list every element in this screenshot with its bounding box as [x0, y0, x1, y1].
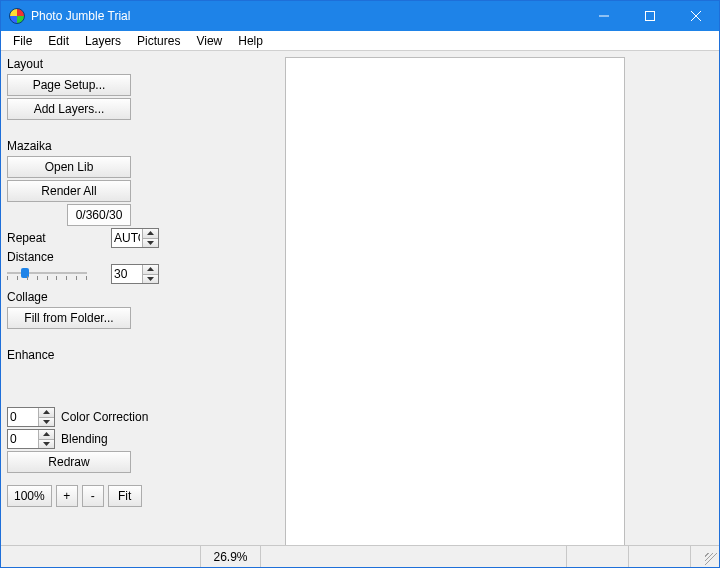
mazaika-heading: Mazaika — [7, 139, 159, 153]
menu-bar: File Edit Layers Pictures View Help — [1, 31, 719, 51]
distance-down-icon[interactable] — [143, 275, 158, 284]
canvas[interactable] — [285, 57, 625, 545]
canvas-area — [165, 51, 719, 545]
svg-rect-0 — [646, 12, 655, 21]
menu-pictures[interactable]: Pictures — [129, 33, 188, 49]
fill-from-folder-button[interactable]: Fill from Folder... — [7, 307, 131, 329]
enhance-heading: Enhance — [7, 348, 159, 362]
close-button[interactable] — [673, 1, 719, 31]
mazaika-progress: 0/360/30 — [67, 204, 131, 226]
menu-view[interactable]: View — [188, 33, 230, 49]
status-percent: 26.9% — [201, 546, 261, 567]
color-correction-input[interactable] — [8, 408, 38, 426]
page-setup-button[interactable]: Page Setup... — [7, 74, 131, 96]
distance-input[interactable] — [112, 265, 142, 283]
menu-layers[interactable]: Layers — [77, 33, 129, 49]
status-grip-cell — [691, 546, 719, 567]
zoom-in-button[interactable]: + — [56, 485, 78, 507]
maximize-button[interactable] — [627, 1, 673, 31]
window-title: Photo Jumble Trial — [31, 9, 130, 23]
status-spacer — [261, 546, 567, 567]
status-progress-cell — [1, 546, 201, 567]
collage-heading: Collage — [7, 290, 159, 304]
resize-grip-icon[interactable] — [705, 553, 717, 565]
menu-edit[interactable]: Edit — [40, 33, 77, 49]
zoom-fit-button[interactable]: Fit — [108, 485, 142, 507]
repeat-label: Repeat — [7, 231, 111, 245]
distance-up-icon[interactable] — [143, 265, 158, 275]
add-layers-button[interactable]: Add Layers... — [7, 98, 131, 120]
cc-down-icon[interactable] — [39, 418, 54, 427]
status-bar: 26.9% — [1, 545, 719, 567]
status-cell-a — [567, 546, 629, 567]
layout-heading: Layout — [7, 57, 159, 71]
distance-slider[interactable] — [7, 266, 87, 280]
distance-label: Distance — [7, 250, 111, 264]
open-lib-button[interactable]: Open Lib — [7, 156, 131, 178]
zoom-100-button[interactable]: 100% — [7, 485, 52, 507]
app-icon — [9, 8, 25, 24]
repeat-up-icon[interactable] — [143, 229, 158, 239]
color-correction-spinner[interactable] — [7, 407, 55, 427]
render-all-button[interactable]: Render All — [7, 180, 131, 202]
status-cell-b — [629, 546, 691, 567]
cc-up-icon[interactable] — [39, 408, 54, 418]
repeat-input[interactable] — [112, 229, 142, 247]
bl-down-icon[interactable] — [39, 440, 54, 449]
repeat-spinner[interactable] — [111, 228, 159, 248]
menu-file[interactable]: File — [5, 33, 40, 49]
blending-input[interactable] — [8, 430, 38, 448]
distance-spinner[interactable] — [111, 264, 159, 284]
title-bar: Photo Jumble Trial — [1, 1, 719, 31]
minimize-button[interactable] — [581, 1, 627, 31]
redraw-button[interactable]: Redraw — [7, 451, 131, 473]
bl-up-icon[interactable] — [39, 430, 54, 440]
zoom-out-button[interactable]: - — [82, 485, 104, 507]
blending-spinner[interactable] — [7, 429, 55, 449]
menu-help[interactable]: Help — [230, 33, 271, 49]
color-correction-label: Color Correction — [61, 410, 159, 424]
repeat-down-icon[interactable] — [143, 239, 158, 248]
side-panel: Layout Page Setup... Add Layers... Mazai… — [1, 51, 165, 545]
main-area: Layout Page Setup... Add Layers... Mazai… — [1, 51, 719, 545]
blending-label: Blending — [61, 432, 159, 446]
